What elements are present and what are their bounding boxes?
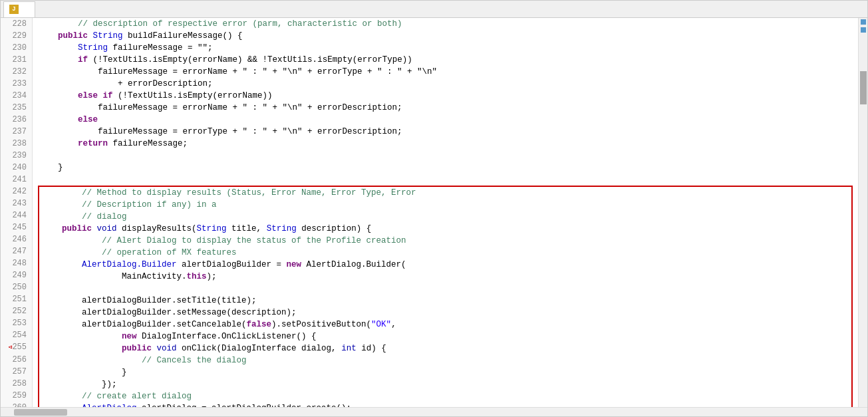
code-line: failureMessage = errorType + " : " + "\n… xyxy=(38,126,853,138)
horizontal-scrollbar[interactable] xyxy=(1,407,867,416)
code-line: // Method to display results (Status, Er… xyxy=(38,186,853,199)
line-number: 250 xyxy=(3,281,27,293)
code-line: else if (!TextUtils.isEmpty(errorName)) xyxy=(38,90,853,102)
code-line: else xyxy=(38,114,853,126)
java-file-icon: J xyxy=(9,5,19,14)
line-number: 229 xyxy=(3,30,27,42)
line-number: 247 xyxy=(3,245,27,257)
line-number: ⊲255 xyxy=(3,341,27,354)
line-number: 237 xyxy=(3,126,27,138)
editor-window: J 22822923023123223323423523623723823924… xyxy=(0,0,868,417)
code-line: return failureMessage; xyxy=(38,138,853,150)
line-number: 231 xyxy=(3,54,27,66)
code-line: AlertDialog alertDialog = alertDialogBui… xyxy=(38,402,853,407)
line-number: 241 xyxy=(3,174,27,186)
code-line: public String buildFailureMessage() { xyxy=(38,30,853,42)
code-line: + errorDescription; xyxy=(38,78,853,90)
code-line: // Description if any) in a xyxy=(38,199,853,211)
line-number: 242 xyxy=(3,186,27,198)
line-number: 257 xyxy=(3,366,27,378)
line-number: 243 xyxy=(3,198,27,209)
code-line: }); xyxy=(38,378,853,390)
code-line: // description of respective error (parm… xyxy=(38,18,853,30)
code-line: public void onClick(DialogInterface dial… xyxy=(38,343,853,354)
code-inner: 2282292302312322332342352362372382392402… xyxy=(1,18,867,407)
code-line: } xyxy=(38,366,853,378)
line-number: 249 xyxy=(3,269,27,281)
right-margin-scrollbar[interactable] xyxy=(858,18,867,407)
line-number: 228 xyxy=(3,18,27,30)
code-scroll-area: 2282292302312322332342352362372382392402… xyxy=(1,18,867,416)
code-line: alertDialogBuilder.setMessage(descriptio… xyxy=(38,307,853,319)
code-line: // Cancels the dialog xyxy=(38,354,853,366)
code-line xyxy=(38,150,853,162)
code-line xyxy=(38,174,853,186)
line-number: 238 xyxy=(3,138,27,150)
line-number: 239 xyxy=(3,150,27,162)
line-numbers: 2282292302312322332342352362372382392402… xyxy=(1,18,33,407)
line-number: 234 xyxy=(3,90,27,102)
code-line: failureMessage = errorName + " : " + "\n… xyxy=(38,102,853,114)
line-number: 244 xyxy=(3,209,27,221)
editor-tab[interactable]: J xyxy=(3,1,35,17)
margin-indicator-1 xyxy=(861,19,866,25)
code-line: // Alert Dialog to display the status of… xyxy=(38,235,853,247)
tab-bar: J xyxy=(1,1,867,18)
code-line: new DialogInterface.OnClickListener() { xyxy=(38,331,853,343)
code-line: } xyxy=(38,162,853,174)
line-number: 233 xyxy=(3,78,27,90)
code-line: alertDialogBuilder.setCancelable(false).… xyxy=(38,319,853,331)
code-line xyxy=(38,283,853,295)
margin-scroll-thumb[interactable] xyxy=(860,71,867,104)
code-line: // dialog xyxy=(38,211,853,223)
line-number: 236 xyxy=(3,114,27,126)
margin-indicator-2 xyxy=(861,27,866,33)
line-number: 259 xyxy=(3,390,27,402)
horizontal-scroll-thumb[interactable] xyxy=(14,409,67,416)
code-line: MainActivity.this); xyxy=(38,271,853,283)
line-number: 245 xyxy=(3,221,27,233)
line-number: 248 xyxy=(3,257,27,269)
line-number: 251 xyxy=(3,293,27,305)
line-number: 252 xyxy=(3,305,27,317)
code-line: // operation of MX features xyxy=(38,247,853,259)
line-number: 253 xyxy=(3,317,27,329)
line-number: 256 xyxy=(3,354,27,366)
line-number: 232 xyxy=(3,66,27,78)
code-line: AlertDialog.Builder alertDialogBuilder =… xyxy=(38,259,853,271)
code-area[interactable]: // description of respective error (parm… xyxy=(33,18,858,407)
code-line: failureMessage = errorName + " : " + "\n… xyxy=(38,66,853,78)
line-number: 254 xyxy=(3,329,27,341)
line-number: 240 xyxy=(3,162,27,174)
code-line: if (!TextUtils.isEmpty(errorName) && !Te… xyxy=(38,54,853,66)
line-number: 246 xyxy=(3,233,27,245)
line-number: 258 xyxy=(3,378,27,390)
line-number: 235 xyxy=(3,102,27,114)
code-line: public void displayResults(String title,… xyxy=(38,223,853,235)
line-number: 260 xyxy=(3,402,27,407)
code-line: String failureMessage = ""; xyxy=(38,42,853,54)
code-line: alertDialogBuilder.setTitle(title); xyxy=(38,295,853,307)
editor-body: 2282292302312322332342352362372382392402… xyxy=(1,18,867,416)
code-line: // create alert dialog xyxy=(38,390,853,402)
line-number: 230 xyxy=(3,42,27,54)
